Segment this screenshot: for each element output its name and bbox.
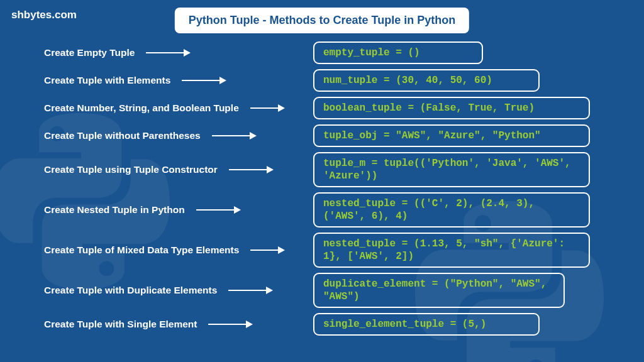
code-box: nested_tuple = (1.13, 5, "sh", {'Azure':… xyxy=(313,233,590,268)
code-box: num_tuple = (30, 40, 50, 60) xyxy=(313,69,540,92)
code-box: boolean_tuple = (False, True, True) xyxy=(313,97,590,119)
row: Create Tuple using Tuple Constructortupl… xyxy=(0,152,644,187)
row-label: Create Number, String, and Boolean Tuple xyxy=(44,102,239,114)
arrow-icon xyxy=(229,166,274,173)
code-box: nested_tuple = (('C', 2), (2.4, 3), ('AW… xyxy=(313,192,590,228)
arrow-icon xyxy=(228,287,273,294)
row-label: Create Tuple with Duplicate Elements xyxy=(44,285,217,296)
arrow-icon xyxy=(212,132,257,140)
arrow-icon xyxy=(146,49,191,57)
row-label: Create Tuple of Mixed Data Type Elements xyxy=(44,244,239,256)
code-box: empty_tuple = () xyxy=(313,41,483,64)
code-box: single_element_tuple = (5,) xyxy=(313,313,540,336)
row: Create Tuple of Mixed Data Type Elements… xyxy=(0,233,644,268)
arrow-icon xyxy=(196,206,241,214)
code-box: tuple_obj = "AWS", "Azure", "Python" xyxy=(313,124,590,147)
arrow-icon xyxy=(182,77,226,84)
row-label: Create Tuple with Single Element xyxy=(44,319,197,330)
row: Create Tuple with Elementsnum_tuple = (3… xyxy=(0,69,644,92)
row-label: Create Nested Tuple in Python xyxy=(44,204,185,216)
code-box: duplicate_element = ("Python", "AWS", "A… xyxy=(313,273,565,308)
code-box: tuple_m = tuple(('Python', 'Java', 'AWS'… xyxy=(313,152,590,187)
row-label: Create Tuple without Parentheses xyxy=(44,130,201,141)
row: Create Tuple with Single Elementsingle_e… xyxy=(0,313,644,336)
arrow-icon xyxy=(208,321,253,328)
row: Create Nested Tuple in Pythonnested_tupl… xyxy=(0,192,644,228)
row: Create Number, String, and Boolean Tuple… xyxy=(0,97,644,119)
rows-container: Create Empty Tupleempty_tuple = ()empty_… xyxy=(0,41,644,341)
page-title: Python Tuple - Methods to Create Tuple i… xyxy=(175,8,469,33)
arrow-icon xyxy=(250,246,285,254)
row-label: Create Tuple using Tuple Constructor xyxy=(44,164,218,175)
row: Create Empty Tupleempty_tuple = ()empty_… xyxy=(0,41,644,64)
row-label: Create Tuple with Elements xyxy=(44,75,170,86)
row: Create Tuple without Parenthesestuple_ob… xyxy=(0,124,644,147)
site-watermark: shbytes.com xyxy=(11,9,77,21)
row-label: Create Empty Tuple xyxy=(44,47,135,58)
row: Create Tuple with Duplicate Elementsdupl… xyxy=(0,273,644,308)
arrow-icon xyxy=(250,104,285,112)
